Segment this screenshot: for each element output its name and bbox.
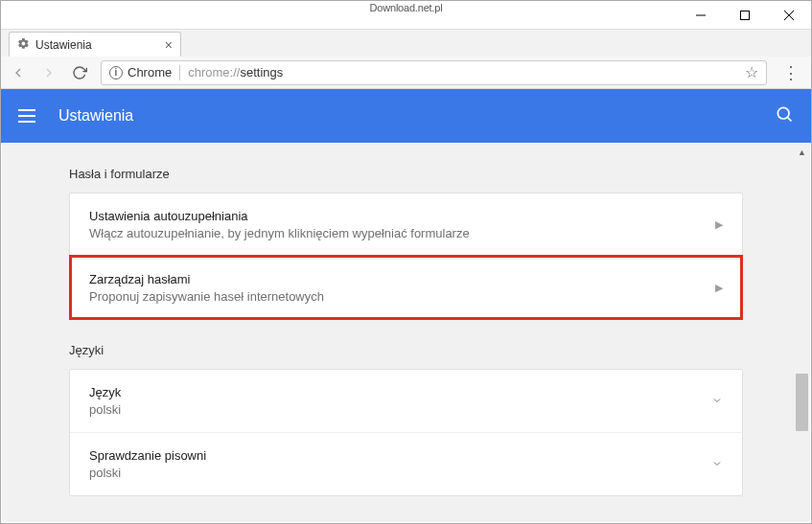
window-minimize-button[interactable]: [679, 1, 723, 29]
languages-card: Język polski Sprawdzanie pisowni polski: [69, 369, 743, 496]
settings-header: Ustawienia: [1, 89, 811, 143]
row-manage-title: Zarządzaj hasłami: [89, 272, 324, 286]
row-manage-sub: Proponuj zapisywanie haseł internetowych: [89, 289, 324, 304]
row-autofill[interactable]: Ustawienia autouzupełniania Włącz autouz…: [70, 194, 742, 256]
settings-content: ▲ Hasła i formularze Ustawienia autouzup…: [2, 144, 810, 522]
scrollbar[interactable]: ▲: [794, 144, 810, 522]
address-bar[interactable]: i Chrome chrome://settings ☆: [101, 60, 767, 85]
section-title-downloads: Pobrane pliki: [69, 519, 743, 522]
url-text: chrome://settings: [188, 65, 283, 80]
tab-close-button[interactable]: ×: [165, 37, 173, 53]
row-language[interactable]: Język polski: [70, 370, 742, 432]
tab-title: Ustawienia: [35, 38, 92, 52]
section-title-passwords: Hasła i formularze: [69, 167, 743, 181]
row-language-title: Język: [89, 385, 121, 399]
row-autofill-title: Ustawienia autouzupełniania: [89, 209, 470, 223]
row-autofill-sub: Włącz autouzupełnianie, by jednym klikni…: [89, 226, 470, 240]
window-close-button[interactable]: [767, 1, 811, 29]
settings-title: Ustawienia: [58, 107, 133, 125]
omnibox-separator: [179, 65, 180, 80]
watermark-text: Download.net.pl: [370, 1, 443, 13]
browser-tab-settings[interactable]: Ustawienia ×: [9, 32, 181, 57]
row-spellcheck-sub: polski: [89, 466, 206, 480]
svg-line-5: [788, 118, 792, 122]
row-spellcheck[interactable]: Sprawdzanie pisowni polski: [70, 432, 742, 495]
row-language-sub: polski: [89, 402, 121, 417]
scrollbar-thumb[interactable]: [796, 374, 808, 431]
bookmark-star-icon[interactable]: ☆: [745, 63, 758, 81]
nav-back-button[interactable]: [9, 63, 28, 82]
gear-icon: [17, 37, 30, 53]
window-titlebar: Download.net.pl: [1, 1, 811, 30]
chevron-down-icon: [711, 458, 723, 471]
search-icon[interactable]: [775, 104, 794, 127]
chip-label: Chrome: [128, 65, 172, 80]
window-maximize-button[interactable]: [723, 1, 767, 29]
browser-toolbar: i Chrome chrome://settings ☆ ⋮: [1, 57, 811, 89]
info-icon: i: [109, 66, 123, 80]
passwords-card: Ustawienia autouzupełniania Włącz autouz…: [69, 193, 743, 320]
svg-point-4: [777, 107, 789, 119]
nav-forward-button[interactable]: [39, 63, 58, 82]
row-spellcheck-title: Sprawdzanie pisowni: [89, 448, 206, 463]
browser-menu-button[interactable]: ⋮: [778, 62, 803, 83]
scrollbar-up-icon[interactable]: ▲: [794, 144, 810, 160]
menu-icon[interactable]: [18, 104, 41, 127]
chevron-right-icon: ▶: [715, 218, 723, 231]
svg-rect-1: [741, 11, 750, 19]
section-title-languages: Języki: [69, 343, 743, 357]
row-manage-passwords[interactable]: Zarządzaj hasłami Proponuj zapisywanie h…: [70, 256, 742, 319]
chevron-right-icon: ▶: [715, 282, 723, 294]
site-info-chip[interactable]: i Chrome: [109, 65, 172, 80]
browser-tabbar: Ustawienia ×: [1, 30, 811, 57]
chevron-down-icon: [711, 395, 723, 408]
nav-reload-button[interactable]: [70, 63, 89, 82]
